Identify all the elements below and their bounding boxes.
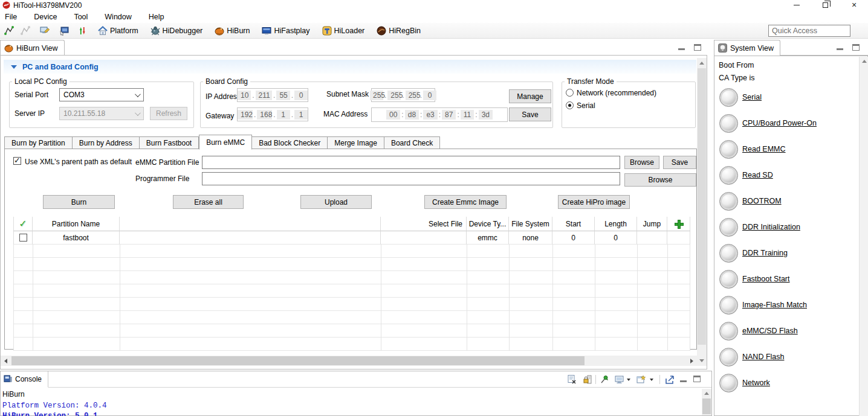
menu-file[interactable]: File (2, 11, 23, 22)
menu-device[interactable]: Device (31, 11, 63, 22)
create-hipro-image-button[interactable]: Create HiPro image (558, 195, 630, 209)
pc-board-config-section[interactable]: PC and Board Config (4, 60, 696, 74)
open-console-icon[interactable] (635, 374, 646, 385)
sv-item-fastboot-start[interactable]: Fastboot Start (742, 275, 790, 283)
manage-button[interactable]: Manage (509, 89, 551, 103)
subnet-mask-field[interactable]: 255.255.255.0 (371, 88, 435, 102)
scroll-up-icon[interactable] (860, 57, 868, 66)
scroll-up-icon[interactable] (702, 389, 711, 398)
sv-item-image-flash-match[interactable]: Image-Flash Match (742, 301, 807, 309)
tab-burn-by-address[interactable]: Burn by Address (73, 136, 140, 150)
sv-item-nand-flash[interactable]: NAND Flash (742, 353, 784, 361)
radio-network[interactable] (566, 89, 574, 97)
radio-network-label[interactable]: Network (recommended) (577, 89, 656, 97)
serial-port-select[interactable]: COM3 (59, 88, 144, 101)
ip-address-field[interactable]: 10.211.55.0 (237, 88, 308, 102)
radio-serial[interactable] (566, 101, 574, 109)
platform-button[interactable]: Platform (96, 24, 141, 37)
tab-merge-image[interactable]: Merge Image (328, 136, 384, 150)
cell-select-file[interactable] (381, 231, 467, 245)
row-checkbox[interactable] (19, 234, 27, 242)
maximize-view-icon[interactable] (694, 44, 701, 51)
minimize-console-icon[interactable] (680, 376, 687, 383)
restore-window-icon[interactable] (816, 0, 834, 10)
sv-item-read-emmc[interactable]: Read EMMC (742, 145, 786, 153)
column-partition-name[interactable]: Partition Name (33, 217, 120, 231)
column-length[interactable]: Length (595, 217, 637, 231)
save-partition-button[interactable]: Save (663, 156, 696, 169)
horizontal-scrollbar[interactable] (1, 356, 697, 366)
sv-item-cpu-board-power-on[interactable]: CPU/Board Power-On (742, 119, 817, 127)
minimize-view-icon[interactable] (678, 44, 685, 51)
check-all-icon[interactable]: ✓ (19, 218, 27, 229)
erase-all-button[interactable]: Erase all (173, 195, 244, 209)
browse-programmer-button[interactable]: Browse (624, 173, 696, 187)
maximize-view-icon[interactable] (852, 44, 860, 51)
scroll-lock-icon[interactable] (582, 374, 593, 385)
detach-console-icon[interactable] (664, 374, 675, 385)
hidebugger-button[interactable]: HiDebugger (148, 24, 206, 37)
sv-item-ddr-initialization[interactable]: DDR Initialization (742, 223, 800, 231)
programmer-file-input[interactable] (202, 172, 620, 185)
column-start[interactable]: Start (552, 217, 595, 231)
use-xml-label[interactable]: Use XML's parent path as default (25, 158, 132, 166)
menu-tool[interactable]: Tool (71, 11, 94, 22)
table-row[interactable]: fastboot emmc none 0 0 (13, 231, 690, 245)
pin-console-icon[interactable] (599, 374, 610, 385)
system-view-scrollbar[interactable] (859, 57, 868, 416)
tab-burn-emmc[interactable]: Burn eMMC (199, 135, 252, 150)
tab-burn-by-partition[interactable]: Burn by Partition (4, 136, 73, 150)
scroll-up-icon[interactable] (697, 58, 707, 68)
menu-help[interactable]: Help (146, 11, 170, 22)
horizontal-scroll-thumb[interactable] (11, 356, 585, 365)
clear-console-icon[interactable] (566, 374, 577, 385)
cell-file[interactable] (120, 231, 381, 245)
scroll-right-icon[interactable] (687, 356, 697, 366)
tab-bad-block-checker[interactable]: Bad Block Checker (252, 136, 328, 150)
minimize-window-icon[interactable] (788, 0, 806, 10)
maximize-console-icon[interactable] (693, 376, 701, 382)
console-vertical-scrollbar[interactable] (702, 389, 711, 415)
upload-download-icon[interactable] (75, 24, 89, 37)
browse-partition-button[interactable]: Browse (624, 156, 659, 169)
remote-display-icon[interactable] (57, 24, 71, 37)
sv-item-network[interactable]: Network (742, 379, 770, 387)
sv-item-bootrom[interactable]: BOOTROM (742, 197, 782, 205)
column-file-system[interactable]: File System (509, 217, 552, 231)
mac-address-field[interactable]: 00:d8:e3:87:11:3d (371, 107, 508, 122)
radio-serial-label[interactable]: Serial (577, 101, 595, 110)
tab-burn-fastboot[interactable]: Burn Fastboot (140, 136, 199, 150)
burn-button[interactable]: Burn (43, 195, 115, 209)
hiregbin-button[interactable]: HiRegBin (374, 24, 423, 37)
tab-hiburn-view[interactable]: HiBurn View (0, 40, 65, 56)
hiburn-button[interactable]: HiBurn (212, 24, 252, 37)
tab-board-check[interactable]: Board Check (384, 136, 440, 150)
upload-button[interactable]: Upload (300, 195, 372, 209)
display-console-icon[interactable] (614, 374, 624, 385)
close-window-icon[interactable]: × (845, 0, 863, 10)
connect-icon[interactable] (2, 24, 16, 37)
minimize-view-icon[interactable] (837, 44, 844, 51)
quick-access-input[interactable] (768, 25, 850, 37)
column-file[interactable] (120, 217, 381, 231)
column-jump[interactable]: Jump (637, 217, 667, 231)
tab-system-view[interactable]: System View (714, 40, 780, 56)
add-row-icon[interactable] (675, 220, 682, 228)
scroll-down-icon[interactable] (697, 356, 707, 366)
scroll-left-icon[interactable] (1, 356, 11, 366)
column-select-file[interactable]: Select File (381, 217, 467, 231)
open-console-dropdown-icon[interactable] (649, 374, 655, 385)
sv-item-serial[interactable]: Serial (742, 93, 762, 101)
partition-file-input[interactable] (202, 156, 620, 169)
menu-window[interactable]: Window (102, 11, 137, 22)
hifastplay-button[interactable]: HiFastplay (259, 24, 312, 37)
use-xml-checkbox[interactable] (13, 157, 21, 165)
tab-console[interactable]: Console (1, 371, 48, 388)
vertical-scroll-thumb[interactable] (698, 68, 706, 345)
sv-item-read-sd[interactable]: Read SD (742, 171, 773, 179)
save-button[interactable]: Save (509, 107, 551, 121)
display-console-dropdown-icon[interactable] (626, 374, 632, 385)
sv-item-emmc-sd-flash[interactable]: eMMC/SD Flash (742, 327, 798, 335)
hiloader-button[interactable]: HiLoader (320, 24, 368, 37)
column-device-type[interactable]: Device Ty... (467, 217, 509, 231)
